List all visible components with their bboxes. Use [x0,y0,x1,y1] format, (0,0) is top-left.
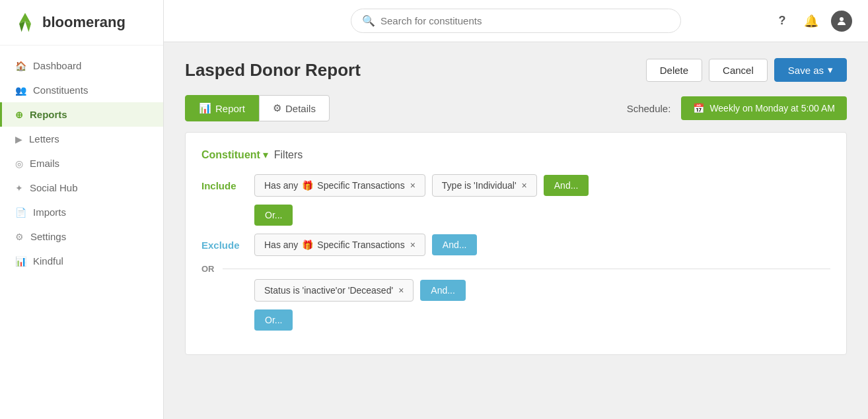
logo: bloomerang [0,0,163,46]
notification-icon[interactable]: 🔔 [802,12,820,30]
tab-details-label: Details [285,103,316,114]
sidebar-item-label: Letters [29,133,59,145]
sidebar-item-label: Emails [30,158,59,169]
report-header: Lasped Donor Report Delete Cancel Save a… [185,58,847,82]
search-bar[interactable]: 🔍 [351,9,681,33]
emails-icon: ◎ [15,158,23,169]
sidebar-item-label: Kindful [33,255,63,267]
svg-point-3 [840,17,844,21]
filters-label: Filters [274,149,303,160]
user-icon [836,15,848,27]
include-or-row: Or... [201,205,830,226]
logo-text: bloomerang [42,14,126,31]
report-tab-icon: 📊 [199,102,211,114]
social-hub-icon: ✦ [15,183,23,193]
include-filter-tag-2: Type is 'Individual' × [432,174,537,197]
sidebar-item-label: Reports [30,109,67,120]
exclude-label: Exclude [201,240,248,251]
filter-panel: Constituent ▾ Filters Include Has any 🎁 … [185,132,847,355]
calendar-icon: 📅 [693,103,704,113]
sidebar-item-label: Dashboard [33,60,81,71]
help-icon[interactable]: ? [773,12,791,30]
or-divider-text: OR [201,264,215,274]
content-area: Lasped Donor Report Delete Cancel Save a… [164,42,868,419]
sidebar-item-label: Settings [30,231,66,242]
details-tab-icon: ⚙ [273,102,281,114]
topbar: 🔍 ? 🔔 [164,0,868,42]
delete-button[interactable]: Delete [646,59,702,82]
include-label: Include [201,180,248,191]
tab-report[interactable]: 📊 Report [185,95,259,121]
tabs-row: 📊 Report ⚙ Details Schedule: 📅 Weekly on… [185,95,847,121]
include-and-button[interactable]: And... [544,175,589,196]
sidebar-item-constituents[interactable]: 👥 Constituents [0,78,163,102]
schedule-label: Schedule: [627,103,671,114]
sidebar-item-dashboard[interactable]: 🏠 Dashboard [0,53,163,78]
include-filter-tag-1: Has any 🎁 Specific Transactions × [254,174,425,197]
exclude-and-button[interactable]: And... [432,234,478,255]
remove-include-filter2-button[interactable]: × [522,180,527,191]
or-divider-line [223,269,831,269]
schedule-row: Schedule: 📅 Weekly on Monday at 5:00 AM [627,96,847,120]
report-title: Lasped Donor Report [185,60,361,81]
status-text: Status is 'inactive'or 'Deceased' [264,285,393,296]
sidebar-nav: 🏠 Dashboard 👥 Constituents ⊕ Reports ▶ L… [0,46,163,281]
dashboard-icon: 🏠 [15,61,26,71]
letters-icon: ▶ [15,134,22,145]
constituent-chevron-icon: ▾ [263,149,268,160]
sidebar-item-letters[interactable]: ▶ Letters [0,127,163,151]
kindful-icon: 📊 [15,256,26,267]
or-divider: OR [201,264,830,274]
schedule-value: Weekly on Monday at 5:00 AM [709,103,835,113]
has-any-text: Has any [264,180,298,191]
exclude-specific-transactions-text: Specific Transactions [317,240,404,250]
exclude-and2-button[interactable]: And... [420,280,466,301]
include-or-button[interactable]: Or... [254,205,293,226]
report-actions: Delete Cancel Save as ▾ [646,58,847,82]
sidebar-item-reports[interactable]: ⊕ Reports [0,102,163,127]
imports-icon: 📄 [15,207,26,218]
sidebar-item-label: Imports [33,207,66,218]
exclude-filter-row: Exclude Has any 🎁 Specific Transactions … [201,234,830,256]
exclude-gift-icon: 🎁 [302,240,313,250]
schedule-button[interactable]: 📅 Weekly on Monday at 5:00 AM [681,96,847,120]
tab-details[interactable]: ⚙ Details [259,95,330,121]
svg-marker-0 [19,13,31,24]
specific-transactions-text: Specific Transactions [317,180,404,191]
exclude-filter-tag-1: Has any 🎁 Specific Transactions × [254,234,425,256]
remove-include-filter1-button[interactable]: × [410,180,416,191]
exclude-or-button[interactable]: Or... [254,309,293,331]
constituents-icon: 👥 [15,85,26,96]
tabs: 📊 Report ⚙ Details [185,95,330,121]
save-as-label: Save as [788,65,824,76]
sidebar-item-label: Constituents [33,84,88,96]
sidebar-item-kindful[interactable]: 📊 Kindful [0,249,163,273]
include-filter-row: Include Has any 🎁 Specific Transactions … [201,174,830,197]
sidebar-item-imports[interactable]: 📄 Imports [0,200,163,224]
search-icon: 🔍 [362,15,375,27]
reports-icon: ⊕ [15,110,23,120]
cancel-button[interactable]: Cancel [709,59,768,82]
main-content: 🔍 ? 🔔 Lasped Donor Report Delete Cancel … [164,0,868,419]
exclude-or-row: Or... [201,309,830,331]
exclude-has-any-text: Has any [264,240,298,250]
sidebar-item-emails[interactable]: ◎ Emails [0,151,163,176]
save-as-button[interactable]: Save as ▾ [774,58,847,82]
sidebar-item-label: Social Hub [30,182,78,193]
sidebar-item-social-hub[interactable]: ✦ Social Hub [0,176,163,200]
settings-icon: ⚙ [15,232,24,242]
sidebar-item-settings[interactable]: ⚙ Settings [0,224,163,249]
exclude-filter-tag-2: Status is 'inactive'or 'Deceased' × [254,279,414,302]
logo-icon [13,11,37,34]
search-input[interactable] [380,15,670,26]
tab-report-label: Report [215,103,245,114]
remove-exclude-filter1-button[interactable]: × [410,240,416,250]
topbar-icons: ? 🔔 [773,11,852,32]
remove-exclude-filter2-button[interactable]: × [398,285,404,296]
type-individual-text: Type is 'Individual' [442,180,517,191]
user-avatar[interactable] [831,11,852,32]
chevron-down-icon: ▾ [828,64,833,76]
constituent-link[interactable]: Constituent [201,149,260,160]
filter-panel-header: Constituent ▾ Filters [201,148,830,161]
exclude-filter-row-2: Status is 'inactive'or 'Deceased' × And.… [201,279,830,302]
